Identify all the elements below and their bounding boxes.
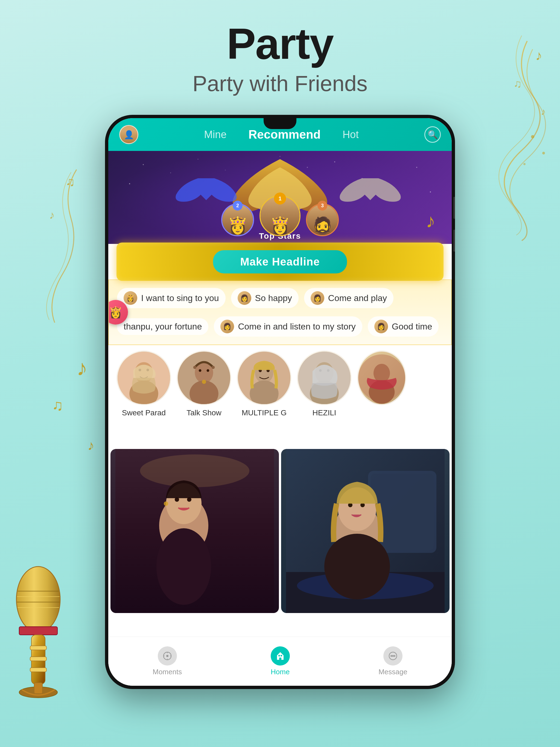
svg-point-41 (202, 380, 206, 384)
svg-point-55 (374, 364, 390, 383)
svg-text:♪: ♪ (541, 106, 546, 117)
svg-rect-13 (19, 627, 57, 635)
rank3-frame: 3 🧔 (306, 203, 339, 236)
svg-point-88 (392, 655, 394, 657)
room-avatar-2 (177, 351, 231, 405)
chat-row-2: thanpu, your fortune 👩 Come in and liste… (117, 316, 443, 337)
chat-row-1: 👸 I want to sing to you 👩 So happy 👩 Com… (117, 288, 443, 308)
star-rank1: 1 👸 (259, 195, 301, 238)
music-note-decoration: ♪ (426, 210, 435, 232)
power-button (453, 197, 455, 219)
phone-screen: 👤 Mine Recommend Hot 🔍 (108, 118, 452, 686)
svg-point-65 (156, 528, 211, 605)
svg-point-76 (324, 534, 390, 599)
rank1-frame: 1 👸 (259, 195, 301, 236)
rooms-section: Sweet Parad (108, 345, 452, 449)
bubble-avatar-5: 👩 (374, 319, 388, 333)
room-multiple-g[interactable]: MULTIPLE G (237, 351, 291, 417)
star-rank3: 3 🧔 (306, 203, 339, 238)
nav-hot[interactable]: Hot (342, 129, 359, 140)
rank2-frame: 2 👸 (221, 203, 254, 236)
avatar-image: 👤 (120, 126, 137, 143)
nav-tab-message[interactable]: Message (378, 646, 407, 676)
headline-button[interactable]: Make Headline (213, 250, 347, 274)
room-sweet-parad[interactable]: Sweet Parad (117, 351, 171, 417)
moments-icon (158, 646, 177, 666)
moments-label: Moments (153, 668, 182, 676)
bubble-text-3: Come and play (328, 293, 387, 303)
bubble-avatar-2: 👩 (238, 291, 251, 305)
svg-rect-83 (279, 658, 281, 660)
room-talk-show[interactable]: Talk Show (177, 351, 231, 417)
svg-point-87 (390, 655, 392, 657)
videos-section (108, 449, 452, 613)
title-section: Party Party with Friends (193, 22, 367, 96)
nav-recommend[interactable]: Recommend (249, 128, 321, 141)
svg-point-84 (278, 655, 280, 656)
svg-point-23 (416, 167, 417, 168)
nav-tab-home[interactable]: Home (271, 646, 290, 676)
camera-notch (263, 118, 297, 129)
room-name-1: Sweet Parad (122, 409, 166, 417)
user-avatar[interactable]: 👤 (119, 125, 138, 144)
svg-text:♫: ♫ (66, 175, 75, 189)
room-avatar-1 (117, 351, 171, 405)
svg-rect-19 (34, 683, 42, 694)
svg-point-64 (164, 501, 168, 506)
rank2-badge: 2 (233, 201, 243, 210)
headline-button-text: Make Headline (240, 256, 320, 268)
nav-mine[interactable]: Mine (204, 129, 226, 140)
bubble-text-1: I want to sing to you (141, 293, 219, 303)
bubble-fortune[interactable]: thanpu, your fortune (117, 318, 208, 335)
bubble-play[interactable]: 👩 Come and play (304, 288, 393, 308)
navigation: Mine Recommend Hot (138, 128, 424, 141)
video-thumb-right[interactable] (281, 449, 450, 613)
bubble-sing[interactable]: 👸 I want to sing to you (117, 288, 226, 308)
svg-point-25 (430, 191, 431, 192)
svg-text:♪: ♪ (535, 48, 542, 63)
room-name-4: HEZILI (312, 409, 336, 417)
room-name-3: MULTIPLE G (242, 409, 286, 417)
message-label: Message (378, 668, 407, 676)
room-hezili[interactable]: HEZILI (297, 351, 352, 417)
side-note-3: ♪ (87, 437, 94, 453)
home-label: Home (271, 668, 289, 676)
bubble-listen[interactable]: 👩 Come in and listen to my story (214, 316, 362, 337)
svg-point-85 (281, 655, 282, 656)
svg-point-27 (334, 161, 335, 162)
nav-tab-moments[interactable]: Moments (153, 646, 182, 676)
bubble-happy[interactable]: 👩 So happy (231, 288, 299, 308)
rank1-badge: 1 (274, 192, 286, 205)
phone-frame: 👤 Mine Recommend Hot 🔍 (105, 115, 455, 689)
side-note-2: ♫ (52, 396, 63, 414)
bubble-avatar-3: 👩 (311, 291, 324, 305)
headline-section: Make Headline (117, 242, 443, 281)
svg-point-28 (280, 156, 281, 157)
svg-point-26 (198, 159, 199, 160)
bubble-goodtime[interactable]: 👩 Good time (368, 316, 439, 337)
room-avatar-5 (357, 351, 406, 405)
star-podium: 2 👸 1 👸 (108, 203, 452, 238)
bubble-avatar-1: 👸 (124, 291, 137, 305)
room-avatar-4 (297, 351, 352, 405)
rank3-badge: 3 (317, 201, 327, 210)
svg-point-40 (207, 369, 209, 372)
svg-rect-16 (30, 657, 47, 661)
sub-title: Party with Friends (193, 71, 367, 96)
svg-point-8 (17, 567, 60, 632)
svg-rect-17 (30, 668, 47, 672)
svg-point-29 (225, 170, 226, 171)
side-note-1: ♪ (77, 356, 87, 381)
svg-point-42 (193, 366, 197, 369)
search-button[interactable]: 🔍 (424, 126, 441, 143)
room-partial[interactable] (357, 351, 406, 417)
video-thumb-left[interactable] (110, 449, 279, 613)
volume-button (453, 230, 455, 252)
star-rank2: 2 👸 (221, 203, 254, 238)
svg-text:♫: ♫ (513, 78, 522, 90)
svg-point-43 (212, 366, 215, 369)
bottom-nav: Moments Home (108, 637, 452, 686)
rooms-row: Sweet Parad (117, 351, 443, 417)
chat-section: 👸 👸 I want to sing to you 👩 So happy 👩 C… (108, 279, 452, 345)
svg-text:♪: ♪ (49, 209, 55, 221)
